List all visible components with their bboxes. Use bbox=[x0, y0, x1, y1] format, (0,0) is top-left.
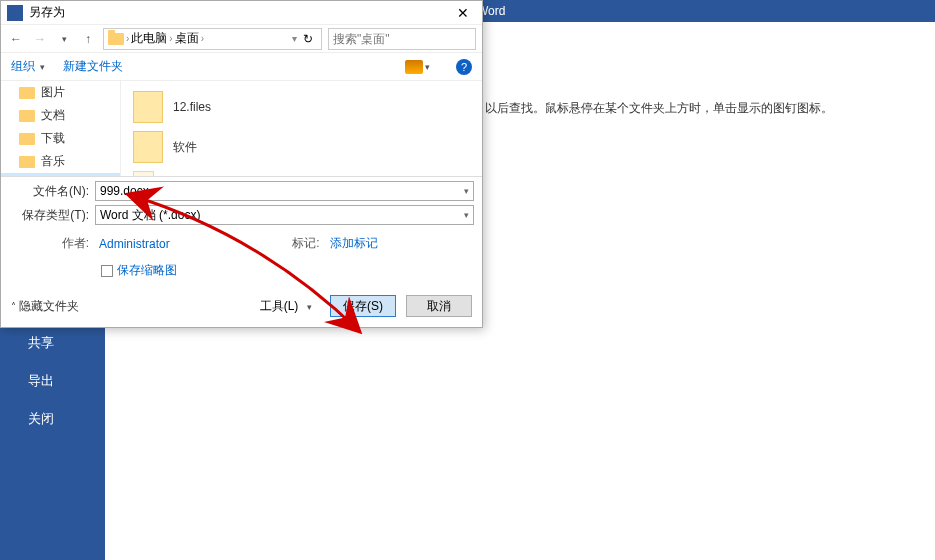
hide-folders-link[interactable]: ˄ 隐藏文件夹 bbox=[11, 298, 79, 315]
filetype-select[interactable]: Word 文档 (*.docx) ▾ bbox=[95, 205, 474, 225]
search-input[interactable] bbox=[328, 28, 476, 50]
sidebar-item-share[interactable]: 共享 bbox=[0, 324, 105, 362]
author-value[interactable]: Administrator bbox=[99, 237, 170, 251]
nav-row: ← → ▾ ↑ › 此电脑 › 桌面 › ▾ ↻ bbox=[1, 25, 482, 53]
chevron-down-icon[interactable]: ▾ bbox=[55, 30, 73, 48]
filename-label: 文件名(N): bbox=[9, 183, 95, 200]
forward-icon[interactable]: → bbox=[31, 30, 49, 48]
close-icon[interactable]: ✕ bbox=[450, 5, 476, 21]
folder-icon bbox=[133, 91, 163, 123]
breadcrumb[interactable]: › 此电脑 › 桌面 › ▾ ↻ bbox=[103, 28, 322, 50]
dialog-title-text: 另存为 bbox=[29, 4, 65, 21]
up-icon[interactable]: ↑ bbox=[79, 30, 97, 48]
author-label: 作者: bbox=[9, 235, 89, 252]
file-list[interactable]: 12.files 软件 1.docx bbox=[121, 81, 482, 176]
dialog-title-bar: 另存为 ✕ bbox=[1, 1, 482, 25]
help-icon[interactable]: ? bbox=[456, 59, 472, 75]
crumb-folder[interactable]: 桌面 bbox=[175, 30, 199, 47]
save-as-dialog: 另存为 ✕ ← → ▾ ↑ › 此电脑 › 桌面 › ▾ ↻ 组织 ▾ 新建文件… bbox=[0, 0, 483, 328]
tree-item-pictures[interactable]: 图片 bbox=[1, 81, 120, 104]
checkbox-icon[interactable] bbox=[101, 265, 113, 277]
tags-input[interactable]: 添加标记 bbox=[330, 235, 378, 252]
file-area: 图片 文档 下载 音乐 桌面 Win10 (C:) 12.files 软件 1.… bbox=[1, 81, 482, 177]
crumb-root[interactable]: 此电脑 bbox=[131, 30, 167, 47]
organize-menu[interactable]: 组织 ▾ bbox=[11, 58, 45, 75]
docx-icon bbox=[133, 171, 163, 176]
list-item[interactable]: 12.files bbox=[121, 87, 482, 127]
view-icon bbox=[405, 60, 423, 74]
folder-tree[interactable]: 图片 文档 下载 音乐 桌面 Win10 (C:) bbox=[1, 81, 121, 176]
thumbnail-label: 保存缩略图 bbox=[117, 262, 177, 279]
toolbar-row: 组织 ▾ 新建文件夹 ▾ ? bbox=[1, 53, 482, 81]
new-folder-button[interactable]: 新建文件夹 bbox=[63, 58, 123, 75]
tree-item-desktop[interactable]: 桌面 bbox=[1, 173, 120, 176]
tags-label: 标记: bbox=[280, 235, 320, 252]
chevron-right-icon: › bbox=[201, 33, 204, 44]
chevron-right-icon: › bbox=[126, 33, 129, 44]
view-menu[interactable]: ▾ bbox=[405, 60, 430, 74]
sidebar-item-export[interactable]: 导出 bbox=[0, 362, 105, 400]
word-icon bbox=[7, 5, 23, 21]
list-item[interactable]: 1.docx bbox=[121, 167, 482, 176]
chevron-up-icon: ˄ bbox=[11, 301, 16, 312]
folder-icon bbox=[133, 131, 163, 163]
back-icon[interactable]: ← bbox=[7, 30, 25, 48]
chevron-right-icon: › bbox=[169, 33, 172, 44]
cancel-button[interactable]: 取消 bbox=[406, 295, 472, 317]
chevron-down-icon[interactable]: ▾ bbox=[464, 210, 469, 220]
button-row: ˄ 隐藏文件夹 工具(L) ▾ 保存(S) 取消 bbox=[1, 291, 482, 327]
meta-row: 作者: Administrator 标记: 添加标记 bbox=[1, 231, 482, 256]
tree-item-downloads[interactable]: 下载 bbox=[1, 127, 120, 150]
tools-menu[interactable]: 工具(L) ▾ bbox=[260, 298, 312, 315]
tree-item-documents[interactable]: 文档 bbox=[1, 104, 120, 127]
folder-icon bbox=[108, 33, 124, 45]
filetype-label: 保存类型(T): bbox=[9, 207, 95, 224]
refresh-icon[interactable]: ↻ bbox=[299, 32, 317, 46]
form-area: 文件名(N): 999.docx ▾ 保存类型(T): Word 文档 (*.d… bbox=[1, 177, 482, 231]
tree-item-music[interactable]: 音乐 bbox=[1, 150, 120, 173]
chevron-down-icon[interactable]: ▾ bbox=[292, 33, 297, 44]
sidebar-item-close[interactable]: 关闭 bbox=[0, 400, 105, 438]
chevron-down-icon[interactable]: ▾ bbox=[464, 186, 469, 196]
save-button[interactable]: 保存(S) bbox=[330, 295, 396, 317]
thumbnail-checkbox-row[interactable]: 保存缩略图 bbox=[1, 256, 482, 291]
filename-input[interactable]: 999.docx ▾ bbox=[95, 181, 474, 201]
list-item[interactable]: 软件 bbox=[121, 127, 482, 167]
pin-hint-text: 以后查找。鼠标悬停在某个文件夹上方时，单击显示的图钉图标。 bbox=[485, 100, 833, 117]
